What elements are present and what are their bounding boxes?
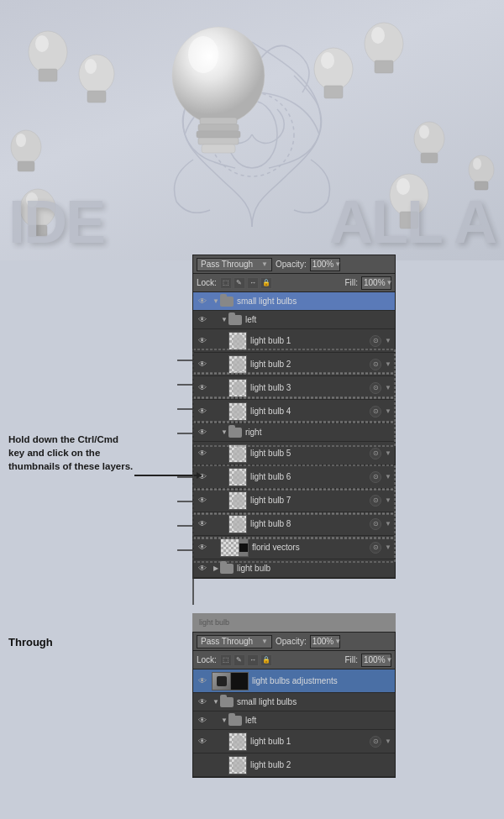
layer-florid-vectors[interactable]: 👁 florid vectors ⊙ ▼ — [193, 536, 395, 559]
small-bulb-tl — [25, 25, 71, 92]
eye-lb3[interactable]: 👁 — [193, 376, 212, 399]
blend-mode-select-2[interactable]: Pass Through ▼ — [197, 635, 272, 648]
triangle-small-light-bulbs[interactable]: ▼ — [212, 297, 220, 306]
layer-left-group-2[interactable]: 👁 ▼ left — [193, 711, 395, 730]
lock-icon-transparent-2[interactable]: ⬚ — [220, 654, 232, 666]
thumb-lb6 — [228, 468, 247, 486]
panel-toolbar-2: Pass Through ▼ Opacity: 100% ▼ — [193, 633, 395, 651]
lock-icon-pixels-2[interactable]: ✎ — [234, 654, 245, 666]
eye-lb5[interactable]: 👁 — [193, 442, 212, 465]
lock-icon-pixels[interactable]: ✎ — [234, 277, 245, 289]
bg-text-left: IDE — [8, 192, 104, 252]
layer-opt-icon-lb4[interactable]: ⊙ — [370, 406, 381, 417]
eye-small-light-bulbs[interactable]: 👁 — [193, 292, 212, 310]
thumb-lb3 — [228, 379, 247, 397]
layer-opt-icon-lb8[interactable]: ⊙ — [370, 518, 381, 530]
layer-opt-icon-lb1[interactable]: ⊙ — [370, 335, 381, 347]
eye-right-group[interactable]: 👁 — [193, 423, 212, 441]
layer-small-light-bulbs[interactable]: 👁 ▼ small light bulbs — [193, 292, 395, 311]
layer-opt-icon-lb5[interactable]: ⊙ — [370, 448, 381, 459]
gap-content: light bulb — [192, 613, 396, 632]
small-bulb-left — [8, 126, 44, 181]
blend-mode-select-1[interactable]: Pass Through ▼ — [197, 258, 272, 271]
layer-left-group[interactable]: 👁 ▼ left — [193, 311, 395, 329]
triangle-left2[interactable]: ▼ — [220, 717, 228, 725]
through-annotation-area: Through — [8, 636, 189, 648]
eye-lb1-p2[interactable]: 👁 — [193, 730, 212, 753]
layer-opt-icon-lb3[interactable]: ⊙ — [370, 382, 381, 394]
layer-light-bulbs-adjustments[interactable]: 👁 light bulbs adjustments — [193, 669, 395, 693]
eye-lb2-p2[interactable]: 👁 — [193, 753, 212, 776]
layer-lb2-p2[interactable]: 👁 light bulb 2 — [193, 753, 395, 777]
blend-mode-arrow-1: ▼ — [261, 260, 268, 268]
fill-input-1[interactable]: 100% ▼ — [361, 276, 391, 290]
layer-options-lb3: ⊙ ▼ — [370, 382, 391, 394]
layer-lb1-p2[interactable]: 👁 light bulb 1 ⊙ ▼ — [193, 730, 395, 753]
layer-opt-icon-florid[interactable]: ⊙ — [370, 542, 381, 554]
svg-point-11 — [35, 35, 49, 52]
triangle-left-group[interactable]: ▼ — [220, 316, 228, 324]
folder-slb2 — [220, 697, 234, 707]
small-bulb-right — [412, 118, 447, 172]
eye-lb4[interactable]: 👁 — [193, 400, 212, 423]
eye-lb2[interactable]: 👁 — [193, 353, 212, 375]
svg-rect-28 — [421, 153, 438, 163]
layer-light-bulb-8[interactable]: 👁 light bulb 8 ⊙ ▼ — [193, 512, 395, 536]
small-bulb-trm — [311, 42, 357, 109]
layer-light-bulb-7[interactable]: 👁 light bulb 7 ⊙ ▼ — [193, 489, 395, 512]
eye-slb2[interactable]: 👁 — [193, 693, 212, 711]
eye-lb8[interactable]: 👁 — [193, 512, 212, 535]
folder-lb-collapsed — [220, 564, 234, 574]
lock-icon-position[interactable]: ↔ — [247, 277, 259, 289]
fill-input-2[interactable]: 100% ▼ — [361, 654, 391, 667]
layer-light-bulb-2[interactable]: 👁 light bulb 2 ⊙ ▼ — [193, 353, 395, 376]
annotation-area: Hold down the Ctrl/Cmd key and click on … — [8, 433, 134, 473]
svg-rect-5 — [197, 131, 240, 138]
layer-light-bulb-collapsed[interactable]: 👁 ▶ light bulb — [193, 559, 395, 578]
triangle-right-group[interactable]: ▼ — [220, 428, 228, 437]
eye-lba[interactable]: 👁 — [193, 669, 212, 692]
svg-point-14 — [85, 59, 97, 74]
layer-light-bulb-6[interactable]: 👁 light bulb 6 ⊙ ▼ — [193, 465, 395, 489]
layer-light-bulb-3[interactable]: 👁 light bulb 3 ⊙ ▼ — [193, 376, 395, 400]
thumb-florid-link — [220, 538, 239, 557]
bg-text-right: ALL A — [329, 192, 496, 252]
layer-light-bulb-1[interactable]: 👁 light bulb 1 ⊙ ▼ — [193, 329, 395, 353]
layer-right-group[interactable]: 👁 ▼ right — [193, 423, 395, 442]
layer-light-bulb-5[interactable]: 👁 light bulb 5 ⊙ ▼ — [193, 442, 395, 465]
layer-opt-icon-lb2[interactable]: ⊙ — [370, 359, 381, 370]
small-bulb-tr — [361, 17, 407, 84]
triangle-lb-collapsed[interactable]: ▶ — [212, 564, 220, 573]
opacity-input-2[interactable]: 100% ▼ — [310, 635, 340, 648]
lock-icons-1: ⬚ ✎ ↔ 🔒 — [220, 277, 272, 289]
eye-lb7[interactable]: 👁 — [193, 489, 212, 512]
layer-opt-icon-lb1-p2[interactable]: ⊙ — [370, 736, 381, 748]
eye-left2[interactable]: 👁 — [193, 711, 212, 729]
eye-lb1[interactable]: 👁 — [193, 329, 212, 352]
eye-florid[interactable]: 👁 — [193, 536, 212, 559]
lock-icon-all[interactable]: 🔒 — [260, 277, 272, 289]
layer-name-lb1: light bulb 1 — [250, 336, 370, 345]
triangle-slb2[interactable]: ▼ — [212, 698, 220, 706]
eye-lb-collapsed[interactable]: 👁 — [193, 559, 212, 577]
layer-name-lb7: light bulb 7 — [250, 496, 370, 505]
opacity-input-1[interactable]: 100% ▼ — [310, 258, 340, 271]
small-bulb-tlm — [76, 50, 118, 113]
panel-toolbar-1: Pass Through ▼ Opacity: 100% ▼ — [193, 255, 395, 274]
opacity-arrow-2: ▼ — [334, 638, 341, 645]
lock-icon-all-2[interactable]: 🔒 — [260, 654, 272, 666]
layer-opt-icon-lb7[interactable]: ⊙ — [370, 495, 381, 507]
svg-point-12 — [79, 55, 114, 93]
layer-opt-icon-lb6[interactable]: ⊙ — [370, 471, 381, 483]
thumb-lb7 — [228, 491, 247, 510]
eye-left-group[interactable]: 👁 — [193, 311, 212, 328]
layer-small-light-bulbs-2[interactable]: 👁 ▼ small light bulbs — [193, 693, 395, 711]
layer-name-slb2: small light bulbs — [237, 697, 391, 706]
lock-icon-transparent[interactable]: ⬚ — [220, 277, 232, 289]
layer-name-florid: florid vectors — [252, 543, 370, 552]
layer-name-lb2: light bulb 2 — [250, 360, 370, 369]
lock-icon-position-2[interactable]: ↔ — [247, 654, 259, 666]
svg-rect-10 — [39, 69, 57, 81]
layer-light-bulb-4[interactable]: 👁 light bulb 4 ⊙ ▼ — [193, 400, 395, 423]
thumb-adj-group — [212, 672, 249, 690]
